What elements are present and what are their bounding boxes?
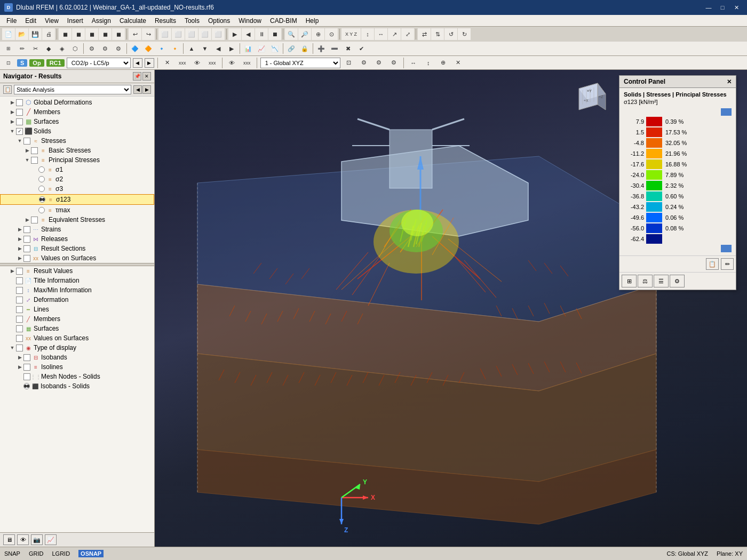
tb2-b3[interactable]: ⚙: [112, 43, 125, 54]
prev-combo-btn[interactable]: ◀: [133, 58, 142, 68]
tb-b2[interactable]: ◼: [72, 28, 85, 40]
tb2-g3[interactable]: ✖: [341, 43, 354, 54]
check-members-bottom[interactable]: [16, 316, 23, 323]
tb3-a1[interactable]: ⊡: [2, 57, 15, 69]
tb-c2[interactable]: ⬜: [172, 28, 185, 40]
menu-view[interactable]: View: [41, 16, 63, 26]
cp-icon-table[interactable]: 📋: [706, 258, 719, 270]
expand-result-sections[interactable]: ▶: [16, 245, 23, 252]
check-mesh-nodes-solids[interactable]: [23, 373, 30, 380]
check-releases[interactable]: [23, 236, 30, 243]
analysis-type-select[interactable]: Static Analysis: [14, 85, 131, 94]
expand-type-display[interactable]: ▼: [9, 344, 16, 351]
expand-surfaces[interactable]: ▶: [9, 118, 16, 125]
tb-d1[interactable]: ▶: [228, 28, 241, 40]
tb2-f1[interactable]: 🔗: [285, 43, 298, 54]
tb2-c4[interactable]: 🔸: [169, 43, 181, 54]
tree-strains[interactable]: ▶ ⋯ Strains: [0, 225, 154, 234]
tb-g4[interactable]: ↻: [458, 28, 471, 40]
nav-prev-btn[interactable]: ◀: [133, 85, 142, 94]
tb2-a1[interactable]: ⊞: [2, 43, 15, 54]
radio-tmax[interactable]: [38, 207, 45, 213]
expand-basic-stresses[interactable]: ▶: [23, 147, 31, 154]
tree-deformation[interactable]: ⤢ Deformation: [0, 295, 154, 305]
tree-title-info[interactable]: 📄 Title Information: [0, 276, 154, 285]
tree-isobands-solids[interactable]: ⬛ Isobands - Solids: [0, 381, 154, 391]
tb2-f2[interactable]: 🔒: [298, 43, 311, 54]
tree-surfaces-bottom[interactable]: ▦ Surfaces: [0, 324, 154, 333]
tb-b5[interactable]: ◼: [112, 28, 125, 40]
tree-principal-stresses[interactable]: ▼ ≡ Principal Stresses: [0, 155, 154, 165]
tree-sigma1[interactable]: ≡ σ1: [0, 165, 154, 174]
tb2-c2[interactable]: 🔶: [142, 43, 155, 54]
tb3-d4[interactable]: ⚙: [387, 57, 400, 69]
cp-close-btn[interactable]: ✕: [727, 78, 732, 85]
tb2-d1[interactable]: ▲: [185, 43, 198, 54]
tb-c1[interactable]: ⬜: [158, 28, 171, 40]
tb-c5[interactable]: ⬜: [212, 28, 225, 40]
expand-principal-stresses[interactable]: ▼: [23, 156, 31, 164]
menu-insert[interactable]: Insert: [63, 16, 88, 26]
check-maxmin-info[interactable]: [16, 287, 23, 294]
tb2-d3[interactable]: ◀: [212, 43, 225, 54]
tb2-g4[interactable]: ✔: [355, 43, 368, 54]
check-stresses[interactable]: [23, 138, 30, 145]
tree-isobands[interactable]: ▶ ⊟ Isobands: [0, 353, 154, 362]
tb-d2[interactable]: ◀: [242, 28, 255, 40]
tree-sigma3[interactable]: ≡ σ3: [0, 184, 154, 194]
tb-b3[interactable]: ◼: [85, 28, 98, 40]
check-surfaces-bottom[interactable]: [16, 325, 23, 332]
tree-solids[interactable]: ▼ ⬛ Solids: [0, 126, 154, 136]
tb3-b3[interactable]: 👁: [191, 57, 204, 69]
minimize-button[interactable]: —: [702, 2, 715, 13]
tb-g3[interactable]: ↺: [444, 28, 457, 40]
tree-values-surfaces-bottom[interactable]: xx Values on Surfaces: [0, 333, 154, 343]
nav-pin-btn[interactable]: 📌: [133, 72, 141, 81]
tb2-a2[interactable]: ✏: [15, 43, 28, 54]
tb-c3[interactable]: ⬜: [185, 28, 198, 40]
expand-values-surfaces[interactable]: ▶: [16, 254, 23, 262]
maximize-button[interactable]: □: [716, 2, 729, 13]
menu-edit[interactable]: Edit: [21, 16, 41, 26]
tb3-b2[interactable]: xxx: [176, 57, 189, 69]
menu-results[interactable]: Results: [150, 16, 180, 26]
tb-open[interactable]: 📂: [15, 28, 28, 40]
tb-xyz[interactable]: X Y Z: [341, 28, 361, 40]
check-type-display[interactable]: [16, 345, 23, 351]
menu-cad-bim[interactable]: CAD-BIM: [266, 16, 301, 26]
check-surfaces[interactable]: [16, 118, 23, 125]
cp-tab-1[interactable]: ⊞: [622, 275, 637, 287]
menu-assign[interactable]: Assign: [88, 16, 115, 26]
tree-members-bottom[interactable]: ╱ Members: [0, 314, 154, 324]
status-osnap[interactable]: OSNAP: [78, 550, 104, 557]
tb-d3[interactable]: ⏸: [255, 28, 268, 40]
tb-undo[interactable]: ↩: [129, 28, 141, 40]
tree-members[interactable]: ▶ ╱ Members: [0, 107, 154, 117]
tb-e3[interactable]: ⊕: [312, 28, 324, 40]
load-combo-select[interactable]: CO2/p - LC5/p: [67, 58, 131, 68]
tb2-d2[interactable]: ▼: [198, 43, 211, 54]
tb-f2[interactable]: ↔: [375, 28, 387, 40]
tb3-d1[interactable]: ⊡: [343, 57, 355, 69]
menu-calculate[interactable]: Calculate: [115, 16, 150, 26]
tb-redo[interactable]: ↪: [142, 28, 155, 40]
tb3-c1[interactable]: 👁: [226, 57, 239, 69]
tree-lines[interactable]: ━ Lines: [0, 305, 154, 314]
check-title-info[interactable]: [16, 277, 23, 284]
expand-isobands[interactable]: ▶: [16, 354, 23, 361]
tree-tmax[interactable]: ≡ τmax: [0, 205, 154, 215]
check-solids[interactable]: [16, 128, 23, 135]
tb-print[interactable]: 🖨: [42, 28, 55, 40]
check-equiv-stresses[interactable]: [31, 217, 38, 223]
tree-surfaces[interactable]: ▶ ▦ Surfaces: [0, 117, 154, 126]
nav-btn-camera[interactable]: 📷: [31, 534, 43, 545]
tree-mesh-nodes-solids[interactable]: ⋮⋮ Mesh Nodes - Solids: [0, 372, 154, 381]
tb3-d3[interactable]: ⚙: [372, 57, 385, 69]
nav-btn-eye[interactable]: 👁: [17, 534, 29, 545]
check-deformation[interactable]: [16, 297, 23, 303]
next-combo-btn[interactable]: ▶: [145, 58, 154, 68]
expand-equiv-stresses[interactable]: ▶: [23, 216, 31, 223]
tb-d4[interactable]: ⏹: [268, 28, 281, 40]
global-xyz-select[interactable]: 1 - Global XYZ: [260, 58, 340, 68]
cp-tab-4[interactable]: ⚙: [670, 275, 685, 287]
